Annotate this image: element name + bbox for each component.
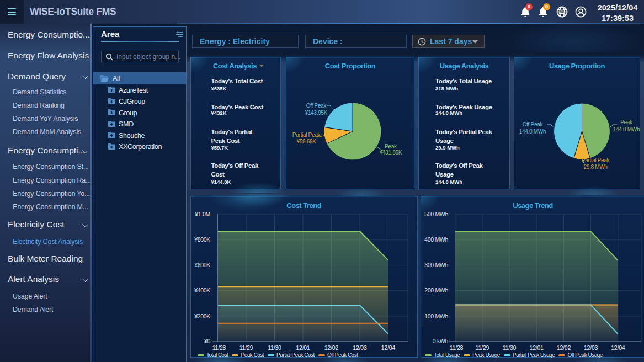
svg-text:11/29: 11/29 — [239, 344, 253, 351]
svg-text:¥59.69K: ¥59.69K — [296, 139, 316, 145]
svg-text:100 MWh: 100 MWh — [424, 313, 448, 320]
svg-text:¥1.0M: ¥1.0M — [194, 211, 210, 217]
svg-text:12/04: 12/04 — [611, 344, 625, 351]
svg-text:¥200K: ¥200K — [194, 313, 210, 320]
svg-text:11/28: 11/28 — [450, 344, 464, 351]
svg-text:12/04: 12/04 — [381, 344, 396, 351]
svg-text:Peak: Peak — [620, 119, 633, 125]
svg-text:300 MWh: 300 MWh — [424, 262, 448, 268]
svg-text:12/02: 12/02 — [324, 344, 339, 351]
svg-text:144.0 MWh: 144.0 MWh — [613, 126, 640, 132]
svg-text:12/03: 12/03 — [584, 344, 598, 351]
svg-text:¥400K: ¥400K — [194, 287, 210, 294]
svg-text:¥800K: ¥800K — [194, 236, 210, 243]
svg-text:11/30: 11/30 — [503, 344, 517, 351]
svg-text:11/30: 11/30 — [268, 344, 281, 351]
svg-text:¥431.85K: ¥431.85K — [379, 150, 402, 156]
svg-text:11/29: 11/29 — [476, 344, 489, 351]
svg-text:¥600K: ¥600K — [194, 262, 210, 268]
svg-text:500 MWh: 500 MWh — [424, 211, 448, 217]
svg-text:12/02: 12/02 — [557, 344, 571, 351]
svg-text:¥0: ¥0 — [204, 338, 211, 344]
svg-text:12/01: 12/01 — [296, 344, 310, 351]
svg-text:29.8 MWh: 29.8 MWh — [583, 164, 607, 170]
svg-text:0 kWh: 0 kWh — [433, 338, 449, 344]
svg-text:Off Peak: Off Peak — [306, 103, 327, 109]
svg-text:400 MWh: 400 MWh — [424, 236, 448, 243]
svg-text:12/01: 12/01 — [530, 344, 544, 351]
svg-text:¥143.95K: ¥143.95K — [305, 110, 328, 116]
svg-text:Off Peak: Off Peak — [523, 121, 544, 127]
svg-text:Peak: Peak — [385, 143, 397, 150]
svg-text:12/03: 12/03 — [353, 344, 367, 351]
svg-text:Partial Peak: Partial Peak — [582, 157, 610, 163]
svg-text:Partial Peak: Partial Peak — [292, 132, 321, 138]
svg-text:11/28: 11/28 — [212, 344, 226, 351]
svg-text:144.0 MWh: 144.0 MWh — [519, 129, 546, 135]
svg-text:200 MWh: 200 MWh — [424, 287, 448, 294]
